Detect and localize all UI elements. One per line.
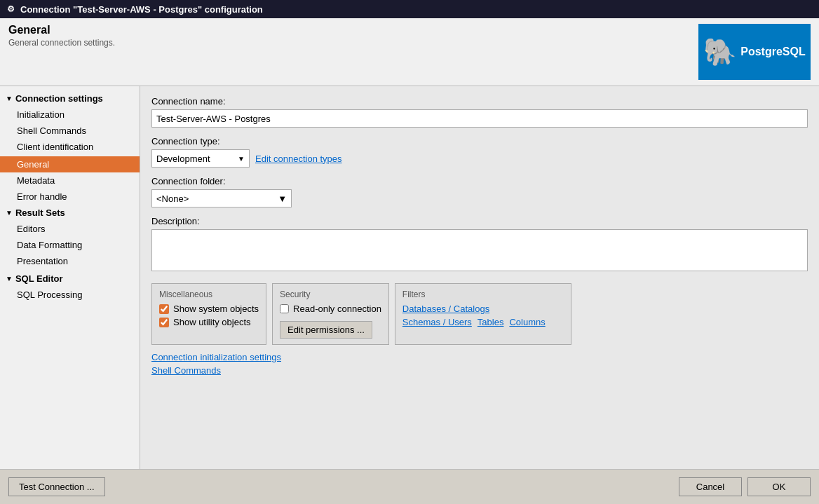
connection-folder-value: <None>: [156, 193, 189, 204]
sidebar-item-initialization[interactable]: Initialization: [0, 107, 140, 123]
sidebar-section-label-sql-editor: SQL Editor: [15, 273, 63, 284]
edit-permissions-button[interactable]: Edit permissions ...: [280, 321, 372, 339]
filter-link-schemas-users[interactable]: Schemas / Users: [402, 317, 472, 327]
security-panel: Security Read-only connection Edit permi…: [272, 283, 389, 345]
sidebar-item-error-handle[interactable]: Error handle: [0, 189, 140, 205]
filter-link-columns[interactable]: Columns: [509, 317, 545, 327]
connection-init-settings-link[interactable]: Connection initialization settings: [151, 352, 808, 362]
connection-name-label: Connection name:: [151, 96, 808, 107]
connection-type-select[interactable]: Development ▼: [151, 149, 250, 168]
sidebar-item-general[interactable]: General: [0, 156, 140, 172]
main-panel: Connection name: Connection type: Develo…: [140, 86, 819, 469]
miscellaneous-title: Miscellaneous: [159, 290, 259, 299]
show-system-objects-label: Show system objects: [173, 304, 259, 314]
link-section: Connection initialization settings Shell…: [151, 352, 808, 376]
show-utility-objects-label: Show utility objects: [173, 317, 251, 327]
page-title: General: [8, 24, 698, 36]
title-bar: ⚙ Connection "Test-Server-AWS - Postgres…: [0, 0, 819, 18]
connection-folder-label: Connection folder:: [151, 176, 808, 186]
test-connection-button[interactable]: Test Connection ...: [8, 477, 105, 496]
sidebar-section-label-result-sets: Result Sets: [15, 207, 65, 218]
sidebar-item-sql-processing[interactable]: SQL Processing: [0, 287, 140, 303]
connection-folder-select[interactable]: <None> ▼: [151, 189, 292, 207]
sidebar-item-presentation[interactable]: Presentation: [0, 253, 140, 269]
security-title: Security: [280, 290, 381, 299]
read-only-connection-checkbox[interactable]: [280, 304, 289, 313]
sidebar-section-header-result-sets[interactable]: ▼ Result Sets: [0, 205, 140, 221]
result-sets-arrow-icon: ▼: [6, 209, 13, 217]
sidebar-section-header-connection-settings[interactable]: ▼ Connection settings: [0, 90, 140, 107]
page-subtitle: General connection settings.: [8, 38, 698, 48]
description-input[interactable]: [151, 229, 808, 271]
footer-right: Cancel OK: [679, 477, 811, 496]
connection-name-row: Connection name:: [151, 96, 808, 128]
sidebar-section-label-connection-settings: Connection settings: [15, 93, 103, 104]
filter-links: Databases / Catalogs Schemas / Users Tab…: [402, 304, 564, 327]
arrow-icon: ▼: [6, 95, 13, 102]
connection-name-input[interactable]: [151, 109, 808, 128]
header-text: General General connection settings.: [8, 24, 698, 48]
main-container: General General connection settings. 🐘 P…: [0, 18, 819, 504]
connection-type-dropdown-arrow: ▼: [238, 155, 245, 163]
sidebar-section-sql-editor: ▼ SQL Editor SQL Processing: [0, 271, 140, 303]
connection-type-row: Connection type: Development ▼ Edit conn…: [151, 136, 808, 168]
filters-panel: Filters Databases / Catalogs Schemas / U…: [395, 283, 571, 345]
postgres-elephant-icon: 🐘: [703, 36, 736, 67]
sql-editor-arrow-icon: ▼: [6, 275, 13, 282]
cancel-button[interactable]: Cancel: [679, 477, 742, 496]
form-area: Connection name: Connection type: Develo…: [140, 86, 819, 469]
edit-connection-types-link[interactable]: Edit connection types: [255, 154, 342, 164]
connection-type-label: Connection type:: [151, 136, 808, 147]
read-only-connection-label: Read-only connection: [293, 304, 381, 314]
ok-button[interactable]: OK: [747, 477, 811, 496]
sidebar-section-connection-settings: ▼ Connection settings Initialization She…: [0, 90, 140, 155]
footer: Test Connection ... Cancel OK: [0, 469, 819, 504]
filters-title: Filters: [402, 290, 564, 299]
shell-commands-link[interactable]: Shell Commands: [151, 365, 808, 376]
sidebar-item-data-formatting[interactable]: Data Formatting: [0, 237, 140, 253]
show-utility-objects-row: Show utility objects: [159, 317, 259, 327]
sidebar: ▼ Connection settings Initialization She…: [0, 86, 140, 469]
read-only-connection-row: Read-only connection: [280, 304, 381, 314]
show-system-objects-row: Show system objects: [159, 304, 259, 314]
title-bar-icon: ⚙: [7, 4, 15, 14]
sidebar-section-header-sql-editor[interactable]: ▼ SQL Editor: [0, 271, 140, 287]
sidebar-item-shell-commands[interactable]: Shell Commands: [0, 123, 140, 139]
sidebar-section-result-sets: ▼ Result Sets Editors Data Formatting Pr…: [0, 205, 140, 269]
description-label: Description:: [151, 216, 808, 226]
connection-folder-row: Connection folder: <None> ▼: [151, 176, 808, 207]
content-area: ▼ Connection settings Initialization She…: [0, 86, 819, 469]
show-system-objects-checkbox[interactable]: [159, 304, 169, 314]
filter-link-tables[interactable]: Tables: [478, 317, 504, 327]
postgres-logo: 🐘 PostgreSQL: [698, 24, 811, 80]
sidebar-item-client-identification[interactable]: Client identification: [0, 139, 140, 155]
sidebar-item-metadata[interactable]: Metadata: [0, 172, 140, 189]
postgres-logo-text: PostgreSQL: [740, 46, 805, 58]
show-utility-objects-checkbox[interactable]: [159, 318, 169, 327]
sidebar-item-editors[interactable]: Editors: [0, 221, 140, 237]
filter-link-databases-catalogs[interactable]: Databases / Catalogs: [402, 304, 489, 314]
folder-dropdown-arrow: ▼: [278, 193, 287, 204]
panels-row: Miscellaneous Show system objects Show u…: [151, 283, 808, 345]
title-bar-text: Connection "Test-Server-AWS - Postgres" …: [20, 4, 263, 15]
connection-type-value: Development: [156, 154, 210, 164]
miscellaneous-panel: Miscellaneous Show system objects Show u…: [151, 283, 266, 345]
header-area: General General connection settings. 🐘 P…: [0, 18, 819, 86]
description-row: Description:: [151, 216, 808, 273]
